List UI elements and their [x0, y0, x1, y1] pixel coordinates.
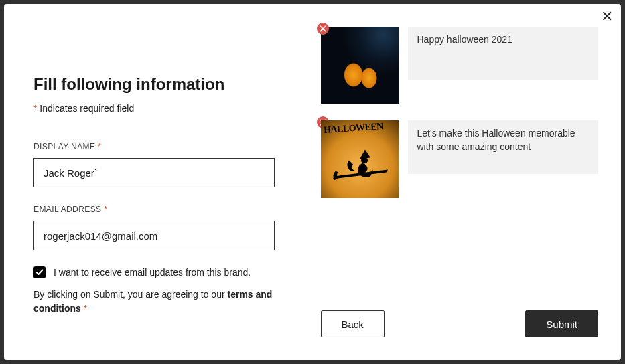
- display-name-label: DISPLAY NAME *: [33, 142, 286, 151]
- email-updates-label: I want to receive email updates from thi…: [54, 267, 251, 278]
- asterisk-icon: *: [84, 303, 87, 314]
- asterisk-icon: *: [104, 205, 107, 214]
- modal-dialog: ✕ Fill following information * Indicates…: [4, 4, 621, 360]
- upload-item: Let's make this Halloween memorable with…: [321, 120, 599, 198]
- caption-input[interactable]: Let's make this Halloween memorable with…: [408, 120, 599, 174]
- close-icon[interactable]: ✕: [601, 9, 613, 24]
- terms-text: By clicking on Submit, you are agreeing …: [33, 288, 275, 316]
- witch-icon: [329, 138, 391, 186]
- email-input[interactable]: [33, 221, 275, 250]
- upload-list: Happy halloween 2021: [321, 27, 599, 198]
- email-label: EMAIL ADDRESS *: [33, 205, 286, 214]
- form-pane: Fill following information * Indicates r…: [4, 4, 313, 360]
- svg-point-0: [361, 157, 368, 164]
- uploads-pane: Happy halloween 2021: [313, 4, 622, 360]
- asterisk-icon: *: [98, 142, 101, 151]
- email-updates-checkbox[interactable]: [33, 266, 46, 278]
- display-name-input[interactable]: [33, 158, 275, 187]
- thumbnail-wrap: [321, 27, 399, 104]
- required-field-text: Indicates required field: [37, 103, 134, 114]
- upload-thumbnail[interactable]: [321, 120, 399, 198]
- caption-input[interactable]: Happy halloween 2021: [408, 27, 599, 80]
- close-icon: [320, 25, 326, 32]
- upload-thumbnail[interactable]: [321, 27, 399, 104]
- page-title: Fill following information: [33, 75, 286, 94]
- delete-upload-button[interactable]: [317, 23, 329, 35]
- check-icon: [36, 268, 44, 276]
- thumbnail-wrap: [321, 120, 399, 198]
- submit-button[interactable]: Submit: [525, 310, 598, 337]
- button-row: Back Submit: [321, 297, 599, 337]
- back-button[interactable]: Back: [321, 310, 385, 337]
- upload-item: Happy halloween 2021: [321, 27, 599, 104]
- required-field-note: * Indicates required field: [33, 103, 286, 114]
